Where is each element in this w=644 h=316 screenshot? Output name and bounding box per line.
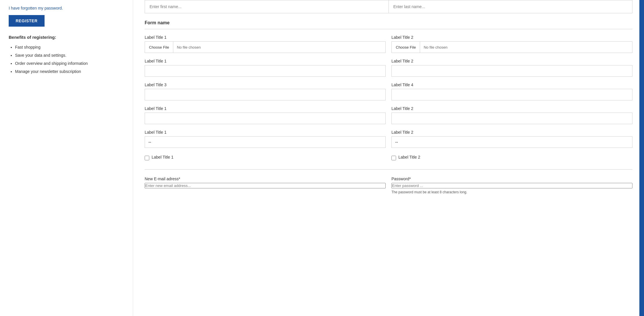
text-row-3: Label Title 1 Label Title 2 bbox=[145, 106, 632, 124]
text-input-2b[interactable] bbox=[391, 89, 632, 100]
sidebar: I have forgotten my password. Register B… bbox=[0, 0, 133, 316]
forgot-password-link[interactable]: I have forgotten my password. bbox=[9, 6, 63, 10]
text-input-2a[interactable] bbox=[145, 89, 386, 100]
benefit-item: Save your data and settings. bbox=[15, 51, 124, 59]
checkbox-label-1[interactable]: Label Title 1 bbox=[152, 155, 174, 159]
text-group-3a: Label Title 1 bbox=[145, 106, 386, 124]
select-group-2: Label Title 2 -- bbox=[391, 130, 632, 148]
file-name-2: No file chosen bbox=[420, 45, 451, 49]
benefit-item: Order overview and shipping information bbox=[15, 59, 124, 67]
password-group: Password* The password must be at least … bbox=[391, 177, 632, 194]
file-label-1: Label Title 1 bbox=[145, 35, 386, 40]
checkbox-wrapper-1: Label Title 1 bbox=[145, 154, 386, 162]
select-row: Label Title 1 -- Label Title 2 -- bbox=[145, 130, 632, 148]
checkbox-2[interactable] bbox=[391, 156, 396, 160]
email-group: New E-mail adress* bbox=[145, 177, 386, 194]
text-row-1: Label Title 1 Label Title 2 bbox=[145, 59, 632, 77]
password-hint: The password must be at least 8 characte… bbox=[391, 190, 632, 194]
benefits-title: Benefits of registering: bbox=[9, 35, 124, 40]
checkbox-1[interactable] bbox=[145, 156, 149, 160]
name-row bbox=[145, 0, 632, 13]
select-label-2: Label Title 2 bbox=[391, 130, 632, 135]
file-input-1[interactable]: Choose File No file chosen bbox=[145, 41, 386, 53]
select-input-1[interactable]: -- bbox=[145, 136, 386, 148]
email-label: New E-mail adress* bbox=[145, 177, 386, 181]
email-password-row: New E-mail adress* Password* The passwor… bbox=[145, 177, 632, 194]
text-input-3b[interactable] bbox=[391, 113, 632, 124]
email-input[interactable] bbox=[145, 183, 386, 188]
text-group-1a: Label Title 1 bbox=[145, 59, 386, 77]
benefits-list: Fast shopping Save your data and setting… bbox=[9, 43, 124, 76]
section-divider bbox=[145, 29, 632, 29]
checkbox-group-2: Label Title 2 bbox=[391, 154, 632, 162]
benefit-item: Manage your newsletter subscription bbox=[15, 67, 124, 76]
file-label-2: Label Title 2 bbox=[391, 35, 632, 40]
bottom-divider bbox=[145, 169, 632, 170]
choose-file-btn-2[interactable]: Choose File bbox=[392, 42, 420, 53]
text-label-3a: Label Title 1 bbox=[145, 106, 386, 111]
text-label-1b: Label Title 2 bbox=[391, 59, 632, 63]
form-section-title: Form name bbox=[145, 20, 632, 25]
register-button[interactable]: Register bbox=[9, 15, 45, 27]
text-row-2: Label Title 3 Label Title 4 bbox=[145, 82, 632, 100]
select-label-1: Label Title 1 bbox=[145, 130, 386, 135]
text-group-2b: Label Title 4 bbox=[391, 82, 632, 100]
select-input-2[interactable]: -- bbox=[391, 136, 632, 148]
text-label-2a: Label Title 3 bbox=[145, 82, 386, 87]
text-group-3b: Label Title 2 bbox=[391, 106, 632, 124]
last-name-input[interactable] bbox=[389, 0, 633, 13]
checkbox-label-2[interactable]: Label Title 2 bbox=[398, 155, 420, 159]
file-row: Label Title 1 Choose File No file chosen… bbox=[145, 35, 632, 53]
email-password-section: New E-mail adress* Password* The passwor… bbox=[145, 177, 632, 194]
password-input[interactable] bbox=[391, 183, 632, 188]
file-group-1: Label Title 1 Choose File No file chosen bbox=[145, 35, 386, 53]
file-name-1: No file chosen bbox=[173, 45, 204, 49]
text-group-2a: Label Title 3 bbox=[145, 82, 386, 100]
text-label-2b: Label Title 4 bbox=[391, 82, 632, 87]
text-input-1b[interactable] bbox=[391, 65, 632, 77]
checkbox-wrapper-2: Label Title 2 bbox=[391, 154, 632, 162]
text-input-3a[interactable] bbox=[145, 113, 386, 124]
checkbox-row: Label Title 1 Label Title 2 bbox=[145, 154, 632, 162]
first-name-input[interactable] bbox=[145, 0, 389, 13]
text-label-1a: Label Title 1 bbox=[145, 59, 386, 63]
file-group-2: Label Title 2 Choose File No file chosen bbox=[391, 35, 632, 53]
benefit-item: Fast shopping bbox=[15, 43, 124, 51]
file-input-2[interactable]: Choose File No file chosen bbox=[391, 41, 632, 53]
checkbox-group-1: Label Title 1 bbox=[145, 154, 386, 162]
password-label: Password* bbox=[391, 177, 632, 181]
choose-file-btn-1[interactable]: Choose File bbox=[145, 42, 173, 53]
main-form: Form name Label Title 1 Choose File No f… bbox=[133, 0, 644, 316]
right-bar bbox=[639, 0, 644, 316]
text-group-1b: Label Title 2 bbox=[391, 59, 632, 77]
form-grid: Label Title 1 Choose File No file chosen… bbox=[145, 35, 632, 168]
text-input-1a[interactable] bbox=[145, 65, 386, 77]
select-group-1: Label Title 1 -- bbox=[145, 130, 386, 148]
text-label-3b: Label Title 2 bbox=[391, 106, 632, 111]
